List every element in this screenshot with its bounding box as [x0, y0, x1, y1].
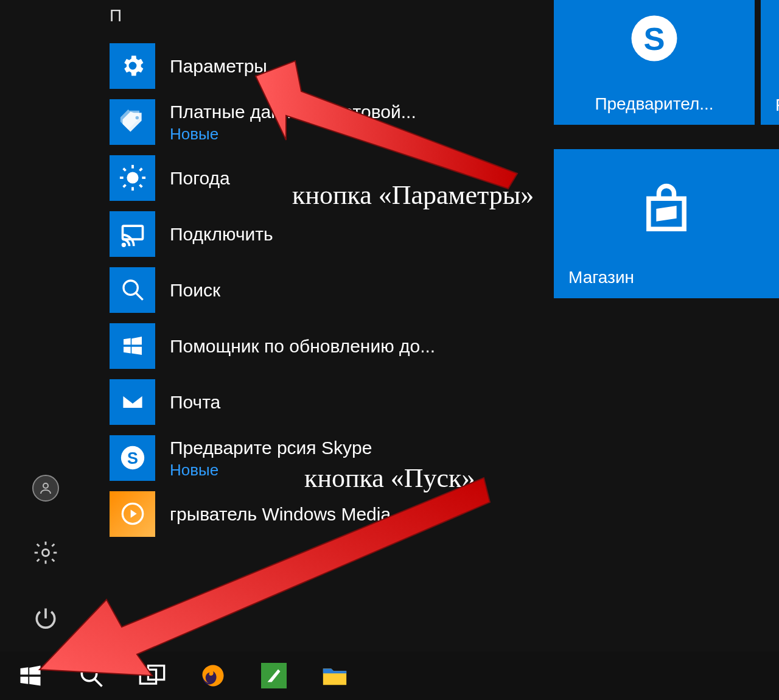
svg-text:S: S	[643, 21, 665, 57]
svg-point-12	[122, 244, 125, 247]
svg-marker-27	[40, 478, 490, 676]
app-label: Подключить	[170, 222, 273, 246]
svg-line-9	[123, 185, 125, 187]
svg-line-14	[136, 293, 143, 300]
tags-icon	[110, 99, 155, 145]
arrow-to-start	[21, 460, 496, 679]
tile-label: Предварител...	[595, 94, 713, 114]
svg-rect-11	[122, 226, 142, 239]
tile-label: F	[775, 96, 779, 115]
svg-line-8	[139, 185, 142, 187]
app-item-update-assistant[interactable]: Помощник по обновлению до...	[91, 318, 529, 374]
tile-label: Магазин	[568, 268, 764, 287]
tile-partial-right[interactable]: F	[761, 0, 779, 125]
tile-store[interactable]: Магазин	[554, 149, 779, 298]
cast-icon	[110, 211, 155, 257]
arrow-to-settings	[201, 58, 529, 192]
app-label: Почта	[170, 390, 220, 414]
search-icon	[110, 267, 155, 313]
sun-icon	[110, 155, 155, 201]
svg-point-13	[124, 281, 138, 295]
gear-icon	[110, 43, 155, 89]
mail-icon	[110, 379, 155, 425]
app-item-mail[interactable]: Почта	[91, 374, 529, 430]
tile-skype[interactable]: S Предварител...	[554, 0, 755, 125]
app-item-connect[interactable]: Подключить	[91, 206, 529, 262]
svg-point-2	[127, 172, 138, 183]
svg-marker-26	[256, 61, 517, 189]
app-label: Помощник по обновлению до...	[170, 334, 435, 358]
app-label: Предварите рсия Skype	[170, 436, 372, 460]
section-header: П	[91, 6, 529, 38]
svg-line-7	[123, 169, 125, 171]
app-item-search[interactable]: Поиск	[91, 262, 529, 318]
windows-icon	[110, 323, 155, 369]
svg-line-10	[139, 169, 142, 171]
app-label: Поиск	[170, 278, 220, 302]
svg-line-21	[94, 679, 102, 686]
